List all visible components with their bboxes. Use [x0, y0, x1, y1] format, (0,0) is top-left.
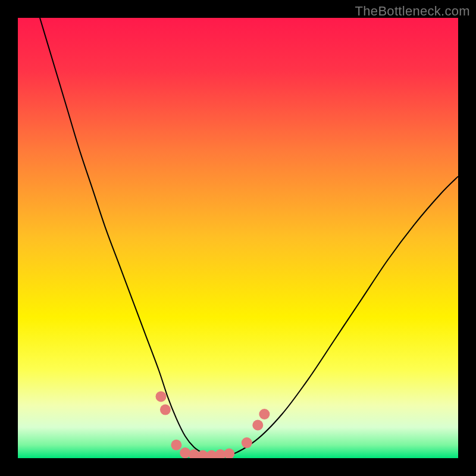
chart-frame: TheBottleneck.com: [0, 0, 476, 476]
highlight-dot: [171, 440, 181, 450]
highlight-dot: [156, 391, 167, 402]
highlight-dot: [252, 420, 263, 431]
highlight-dot: [160, 405, 171, 415]
watermark-text: TheBottleneck.com: [355, 4, 470, 19]
highlight-dot: [180, 447, 190, 458]
gradient-background: [18, 18, 458, 458]
highlight-dot: [259, 409, 270, 419]
highlight-dot: [242, 437, 252, 448]
plot-area: [18, 18, 458, 458]
bottleneck-chart: [18, 18, 458, 458]
